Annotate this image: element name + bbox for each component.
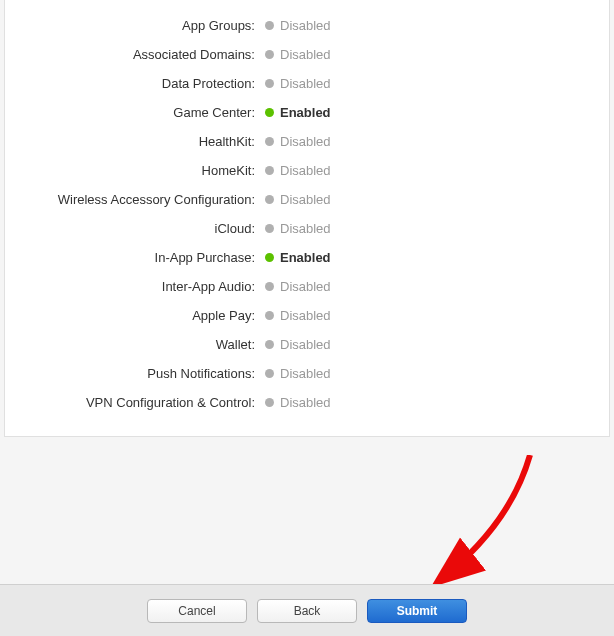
status-dot-disabled-icon [265,398,274,407]
capability-row: Push Notifications:Disabled [5,366,609,381]
capability-status: Disabled [280,134,331,149]
capability-status: Disabled [280,76,331,91]
capability-value: Disabled [265,76,331,91]
annotation-arrow [410,455,560,605]
capability-status: Disabled [280,366,331,381]
capability-status: Enabled [280,105,331,120]
capability-label: Apple Pay: [5,308,265,323]
capability-row: HealthKit:Disabled [5,134,609,149]
capability-value: Disabled [265,192,331,207]
capability-label: Wireless Accessory Configuration: [5,192,265,207]
capability-label: VPN Configuration & Control: [5,395,265,410]
capability-row: Data Protection:Disabled [5,76,609,91]
capability-value: Disabled [265,134,331,149]
capability-value: Disabled [265,366,331,381]
capability-label: App Groups: [5,18,265,33]
status-dot-disabled-icon [265,369,274,378]
capability-row: VPN Configuration & Control:Disabled [5,395,609,410]
capability-status: Disabled [280,18,331,33]
capability-row: Associated Domains:Disabled [5,47,609,62]
capability-status: Disabled [280,47,331,62]
capability-row: iCloud:Disabled [5,221,609,236]
status-dot-disabled-icon [265,340,274,349]
capability-status: Disabled [280,308,331,323]
status-dot-disabled-icon [265,79,274,88]
status-dot-disabled-icon [265,137,274,146]
capability-value: Disabled [265,18,331,33]
capability-value: Disabled [265,395,331,410]
capability-status: Disabled [280,192,331,207]
capability-label: Push Notifications: [5,366,265,381]
status-dot-disabled-icon [265,311,274,320]
capability-status: Disabled [280,395,331,410]
capability-label: Associated Domains: [5,47,265,62]
capability-row: HomeKit:Disabled [5,163,609,178]
capability-label: iCloud: [5,221,265,236]
capability-value: Disabled [265,337,331,352]
status-dot-disabled-icon [265,224,274,233]
status-dot-enabled-icon [265,253,274,262]
status-dot-enabled-icon [265,108,274,117]
capability-row: Wireless Accessory Configuration:Disable… [5,192,609,207]
capability-value: Enabled [265,105,331,120]
capability-value: Enabled [265,250,331,265]
cancel-button[interactable]: Cancel [147,599,247,623]
capability-row: Wallet:Disabled [5,337,609,352]
capability-row: App Groups:Disabled [5,18,609,33]
back-button[interactable]: Back [257,599,357,623]
capability-label: Game Center: [5,105,265,120]
capability-label: Inter-App Audio: [5,279,265,294]
footer-bar: Cancel Back Submit [0,584,614,636]
capability-label: HealthKit: [5,134,265,149]
status-dot-disabled-icon [265,50,274,59]
capability-value: Disabled [265,221,331,236]
submit-button[interactable]: Submit [367,599,467,623]
capability-label: In-App Purchase: [5,250,265,265]
capability-value: Disabled [265,279,331,294]
status-dot-disabled-icon [265,195,274,204]
capability-label: HomeKit: [5,163,265,178]
status-dot-disabled-icon [265,166,274,175]
capability-status: Disabled [280,163,331,178]
capability-value: Disabled [265,163,331,178]
capability-row: Game Center:Enabled [5,105,609,120]
capability-status: Disabled [280,337,331,352]
capability-status: Disabled [280,221,331,236]
capability-row: Apple Pay:Disabled [5,308,609,323]
status-dot-disabled-icon [265,282,274,291]
capability-status: Disabled [280,279,331,294]
capability-value: Disabled [265,308,331,323]
capabilities-panel: App Groups:DisabledAssociated Domains:Di… [4,0,610,437]
capability-label: Data Protection: [5,76,265,91]
capability-status: Enabled [280,250,331,265]
capability-row: In-App Purchase:Enabled [5,250,609,265]
status-dot-disabled-icon [265,21,274,30]
capability-label: Wallet: [5,337,265,352]
capability-row: Inter-App Audio:Disabled [5,279,609,294]
capability-value: Disabled [265,47,331,62]
